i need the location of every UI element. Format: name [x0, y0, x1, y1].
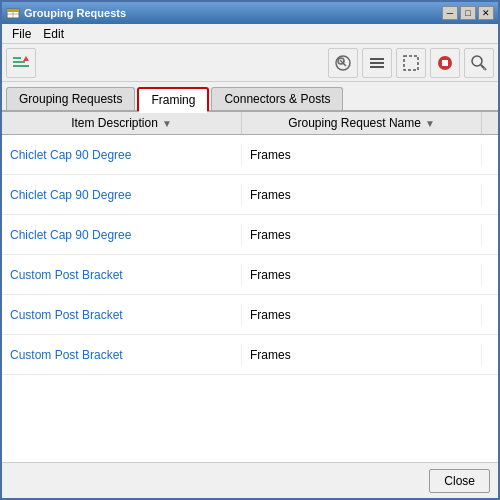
footer: Close [2, 462, 498, 498]
tab-connectors-posts[interactable]: Connectors & Posts [211, 87, 343, 110]
svg-rect-6 [13, 65, 29, 67]
cell-item-3: Custom Post Bracket [2, 264, 242, 286]
svg-marker-7 [23, 56, 29, 61]
svg-point-17 [472, 56, 482, 66]
tabs-bar: Grouping Requests Framing Connectors & P… [2, 82, 498, 112]
content-area: Item Description ▼ Grouping Request Name… [2, 112, 498, 462]
col-header-grouping-request-name: Grouping Request Name ▼ [242, 112, 482, 134]
svg-rect-11 [370, 58, 384, 60]
tab-grouping-requests[interactable]: Grouping Requests [6, 87, 135, 110]
close-window-button[interactable]: ✕ [478, 6, 494, 20]
sort-item-icon[interactable]: ▼ [162, 118, 172, 129]
close-button[interactable]: Close [429, 469, 490, 493]
cell-item-1: Chiclet Cap 90 Degree [2, 184, 242, 206]
toolbar-right-group [328, 48, 494, 78]
search-toolbar-button[interactable] [464, 48, 494, 78]
table-header: Item Description ▼ Grouping Request Name… [2, 112, 498, 135]
table-body[interactable]: Chiclet Cap 90 Degree Frames Chiclet Cap… [2, 135, 498, 462]
cell-group-5: Frames [242, 344, 482, 366]
edit-menu[interactable]: Edit [37, 25, 70, 43]
cell-item-2: Chiclet Cap 90 Degree [2, 224, 242, 246]
svg-rect-4 [13, 57, 21, 59]
list-view-button[interactable] [362, 48, 392, 78]
table-row[interactable]: Custom Post Bracket Frames [2, 255, 498, 295]
cell-item-4: Custom Post Bracket [2, 304, 242, 326]
tab-framing[interactable]: Framing [137, 87, 209, 111]
svg-rect-16 [442, 60, 448, 66]
table-row[interactable]: Custom Post Bracket Frames [2, 335, 498, 375]
svg-rect-1 [7, 9, 19, 12]
minimize-button[interactable]: ─ [442, 6, 458, 20]
file-menu[interactable]: File [6, 25, 37, 43]
cell-group-3: Frames [242, 264, 482, 286]
select-area-button[interactable] [396, 48, 426, 78]
cell-item-5: Custom Post Bracket [2, 344, 242, 366]
title-bar: Grouping Requests ─ □ ✕ [2, 2, 498, 24]
main-window: Grouping Requests ─ □ ✕ File Edit [0, 0, 500, 500]
maximize-button[interactable]: □ [460, 6, 476, 20]
svg-rect-12 [370, 62, 384, 64]
cell-group-0: Frames [242, 144, 482, 166]
window-controls: ─ □ ✕ [442, 6, 494, 20]
table-row[interactable]: Chiclet Cap 90 Degree Frames [2, 215, 498, 255]
col-header-item-description: Item Description ▼ [2, 112, 242, 134]
window-title: Grouping Requests [24, 7, 438, 19]
cell-item-0: Chiclet Cap 90 Degree [2, 144, 242, 166]
cell-group-1: Frames [242, 184, 482, 206]
sort-group-icon[interactable]: ▼ [425, 118, 435, 129]
svg-rect-13 [370, 66, 384, 68]
cell-group-2: Frames [242, 224, 482, 246]
filter-toolbar-button[interactable] [328, 48, 358, 78]
stop-button[interactable] [430, 48, 460, 78]
table-row[interactable]: Chiclet Cap 90 Degree Frames [2, 135, 498, 175]
table-row[interactable]: Chiclet Cap 90 Degree Frames [2, 175, 498, 215]
sort-toolbar-button[interactable] [6, 48, 36, 78]
toolbar [2, 44, 498, 82]
window-icon [6, 6, 20, 20]
header-scroll-placeholder [482, 112, 498, 134]
cell-group-4: Frames [242, 304, 482, 326]
svg-rect-5 [13, 61, 25, 63]
menu-bar: File Edit [2, 24, 498, 44]
table-row[interactable]: Custom Post Bracket Frames [2, 295, 498, 335]
svg-rect-14 [404, 56, 418, 70]
